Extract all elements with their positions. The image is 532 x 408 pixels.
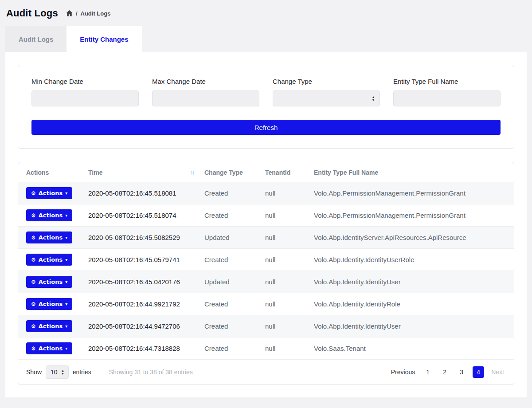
gear-icon: ⚙	[31, 279, 36, 285]
table-body: ⚙ Actions ▾ 2020-05-08T02:16:45.518081 C…	[18, 182, 514, 360]
page-title: Audit Logs	[6, 8, 58, 19]
column-header-actions: Actions	[18, 162, 84, 182]
table-row: ⚙ Actions ▾ 2020-05-08T02:16:44.9472706 …	[18, 315, 514, 337]
caret-down-icon: ▾	[65, 235, 67, 240]
row-actions-button[interactable]: ⚙ Actions ▾	[26, 276, 72, 288]
row-entity-type: Volo.Abp.IdentityServer.ApiResources.Api…	[309, 227, 514, 249]
row-actions-button[interactable]: ⚙ Actions ▾	[26, 298, 72, 310]
row-actions-button[interactable]: ⚙ Actions ▾	[26, 187, 72, 199]
row-time: 2020-05-08T02:16:44.9472706	[84, 315, 200, 337]
refresh-button[interactable]: Refresh	[31, 120, 501, 135]
column-label-tenant-id: TenantId	[265, 169, 290, 176]
entity-changes-table: Actions Time ↑↓ Change Type TenantId	[18, 162, 514, 360]
row-change-type: Created	[200, 204, 261, 227]
row-change-type: Created	[200, 293, 261, 315]
row-actions-button[interactable]: ⚙ Actions ▾	[26, 231, 72, 243]
caret-down-icon: ▾	[65, 302, 67, 306]
entries-info: Showing 31 to 38 of 38 entries	[109, 369, 389, 376]
change-type-select[interactable]: ▴▾	[273, 90, 380, 106]
table-row: ⚙ Actions ▾ 2020-05-08T02:16:45.518074 C…	[18, 204, 514, 227]
row-actions-label: Actions	[39, 301, 63, 307]
row-actions-button[interactable]: ⚙ Actions ▾	[26, 254, 72, 266]
column-header-time[interactable]: Time ↑↓	[84, 162, 200, 182]
column-header-change-type[interactable]: Change Type	[200, 162, 261, 182]
column-header-entity-type[interactable]: Entity Type Full Name	[309, 162, 514, 182]
row-time: 2020-05-08T02:16:44.9921792	[84, 293, 200, 315]
row-entity-type: Volo.Abp.PermissionManagement.Permission…	[309, 182, 514, 204]
pagination-page-3[interactable]: 3	[456, 366, 467, 378]
filter-field-change-type: Change Type ▴▾	[273, 78, 380, 106]
table-header-row: Actions Time ↑↓ Change Type TenantId	[18, 162, 514, 182]
pagination-page-1[interactable]: 1	[422, 366, 434, 378]
row-actions-label: Actions	[39, 323, 63, 330]
row-change-type: Updated	[200, 227, 261, 249]
row-tenant-id: null	[261, 204, 309, 227]
row-actions-button[interactable]: ⚙ Actions ▾	[26, 342, 72, 354]
column-label-change-type: Change Type	[204, 169, 243, 176]
row-time: 2020-05-08T02:16:45.0579741	[84, 249, 200, 271]
caret-down-icon: ▾	[65, 324, 67, 329]
breadcrumb-separator: /	[76, 10, 78, 17]
row-time: 2020-05-08T02:16:45.518074	[84, 204, 200, 227]
row-tenant-id: null	[261, 271, 309, 293]
breadcrumb: / Audit Logs	[66, 10, 111, 17]
row-entity-type: Volo.Abp.Identity.IdentityUserRole	[309, 249, 514, 271]
page-size-select[interactable]: 10 ▴▾	[46, 365, 69, 379]
row-tenant-id: null	[261, 315, 309, 337]
pagination-previous[interactable]: Previous	[389, 368, 417, 377]
pagination-page-4[interactable]: 4	[473, 366, 484, 378]
row-actions-label: Actions	[39, 212, 63, 219]
row-actions-label: Actions	[39, 190, 63, 196]
table-row: ⚙ Actions ▾ 2020-05-08T02:16:44.7318828 …	[18, 337, 514, 360]
row-actions-cell: ⚙ Actions ▾	[18, 249, 84, 271]
row-time: 2020-05-08T02:16:44.7318828	[84, 337, 200, 360]
gear-icon: ⚙	[31, 257, 36, 263]
row-tenant-id: null	[261, 249, 309, 271]
filter-field-max-change-date: Max Change Date	[152, 78, 259, 106]
page-size-control: Show 10 ▴▾ entries	[26, 365, 91, 379]
filter-field-min-change-date: Min Change Date	[31, 78, 139, 106]
max-change-date-input[interactable]	[152, 90, 259, 106]
table-row: ⚙ Actions ▾ 2020-05-08T02:16:45.5082529 …	[18, 227, 514, 249]
row-tenant-id: null	[261, 227, 309, 249]
sort-icon[interactable]: ↑↓	[190, 169, 194, 176]
gear-icon: ⚙	[31, 302, 36, 307]
column-label-actions: Actions	[26, 169, 49, 176]
row-actions-label: Actions	[39, 345, 63, 352]
column-header-tenant-id[interactable]: TenantId	[261, 162, 309, 182]
row-actions-label: Actions	[39, 234, 63, 241]
entity-type-input[interactable]	[393, 90, 501, 106]
tab-audit-logs[interactable]: Audit Logs	[5, 26, 66, 52]
row-entity-type: Volo.Abp.Identity.IdentityRole	[309, 293, 514, 315]
row-change-type: Created	[200, 249, 261, 271]
row-change-type: Updated	[200, 271, 261, 293]
table-footer: Show 10 ▴▾ entries Showing 31 to 38 of 3…	[18, 360, 514, 384]
gear-icon: ⚙	[31, 191, 36, 196]
row-time: 2020-05-08T02:16:45.0420176	[84, 271, 200, 293]
home-icon[interactable]	[66, 10, 73, 16]
caret-down-icon: ▾	[65, 258, 67, 262]
pagination-page-2[interactable]: 2	[439, 366, 450, 378]
min-change-date-label: Min Change Date	[31, 78, 139, 85]
gear-icon: ⚙	[31, 346, 36, 351]
caret-down-icon: ▾	[65, 280, 67, 284]
table-card: Actions Time ↑↓ Change Type TenantId	[18, 162, 514, 385]
tab-entity-changes[interactable]: Entity Changes	[66, 26, 141, 52]
row-actions-cell: ⚙ Actions ▾	[18, 227, 84, 249]
row-actions-cell: ⚙ Actions ▾	[18, 337, 84, 360]
row-change-type: Created	[200, 315, 261, 337]
page-size-value: 10	[51, 369, 58, 376]
pagination-next[interactable]: Next	[489, 368, 506, 377]
row-actions-label: Actions	[39, 256, 63, 263]
row-entity-type: Volo.Abp.PermissionManagement.Permission…	[309, 204, 514, 227]
change-type-label: Change Type	[273, 78, 380, 85]
row-actions-button[interactable]: ⚙ Actions ▾	[26, 209, 72, 221]
row-actions-button[interactable]: ⚙ Actions ▾	[26, 320, 72, 332]
min-change-date-input[interactable]	[31, 90, 139, 106]
caret-down-icon: ▾	[65, 213, 67, 218]
gear-icon: ⚙	[31, 213, 36, 218]
breadcrumb-item: Audit Logs	[81, 10, 111, 17]
entries-label: entries	[73, 369, 91, 376]
row-entity-type: Volo.Abp.Identity.IdentityUser	[309, 271, 514, 293]
caret-down-icon: ▾	[65, 191, 67, 196]
